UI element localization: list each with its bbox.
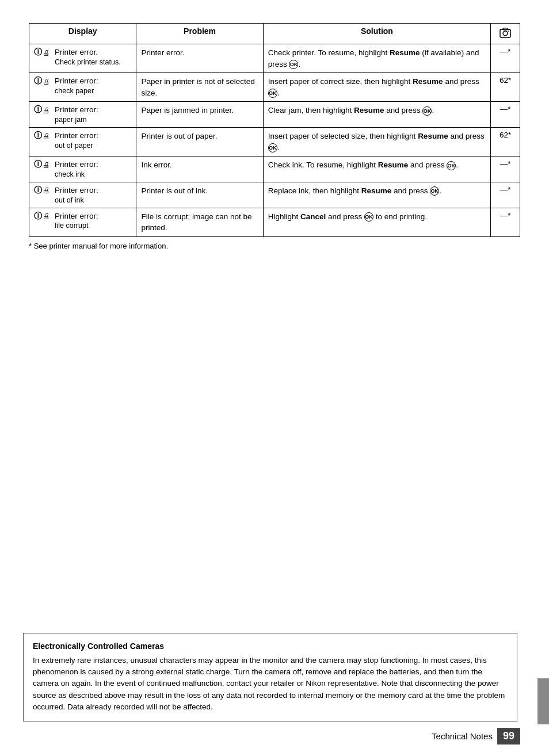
ok-button-symbol: OK bbox=[422, 106, 432, 116]
display-icons: Ⓘ🖨 bbox=[34, 185, 50, 196]
display-sub: paper jam bbox=[55, 115, 98, 124]
page-ref-cell: —* bbox=[491, 44, 520, 73]
display-main: Printer error. bbox=[55, 47, 121, 58]
problem-cell: File is corrupt; image can not be printe… bbox=[136, 208, 263, 236]
ok-button-symbol: OK bbox=[289, 60, 298, 69]
col-header-solution: Solution bbox=[263, 24, 490, 44]
display-text: Printer error. Check printer status. bbox=[55, 47, 121, 67]
footer-label: Technical Notes bbox=[432, 731, 493, 741]
display-text: Printer error: check paper bbox=[55, 76, 98, 96]
display-icons: Ⓘ🖨 bbox=[34, 211, 50, 222]
page-ref-cell: 62* bbox=[491, 128, 520, 156]
bottom-box-title: Electronically Controlled Cameras bbox=[33, 640, 508, 652]
sidebar-tab bbox=[537, 678, 549, 724]
bold-keyword: Resume bbox=[361, 186, 392, 195]
electronically-controlled-box: Electronically Controlled Cameras In ext… bbox=[23, 633, 517, 721]
table-row: Ⓘ🖨 Printer error: out of paper Printer i… bbox=[29, 128, 520, 156]
display-text: Printer error: out of paper bbox=[55, 131, 98, 150]
table-row: Ⓘ🖨 Printer error: out of ink Printer is … bbox=[29, 182, 520, 208]
table-row: Ⓘ🖨 Printer error: check paper Paper in p… bbox=[29, 73, 520, 102]
table-footnote: * See printer manual for more informatio… bbox=[29, 242, 520, 250]
bold-keyword: Resume bbox=[390, 48, 420, 57]
display-sub: check ink bbox=[55, 170, 98, 179]
display-icons: Ⓘ🖨 bbox=[34, 131, 50, 141]
display-sub: Check printer status. bbox=[55, 58, 121, 67]
display-main: Printer error: bbox=[55, 105, 98, 115]
page-ref-cell: 62* bbox=[491, 73, 520, 102]
ok-button-symbol: OK bbox=[447, 161, 456, 170]
bold-keyword: Cancel bbox=[300, 212, 326, 221]
display-text: Printer error: file corrupt bbox=[55, 211, 98, 231]
error-table: Display Problem Solution Ⓘ🖨 bbox=[29, 23, 520, 237]
display-main: Printer error: bbox=[55, 159, 98, 170]
display-text: Printer error: out of ink bbox=[55, 185, 98, 205]
ok-button-symbol: OK bbox=[430, 186, 439, 196]
display-main: Printer error: bbox=[55, 185, 98, 196]
display-icons: Ⓘ🖨 bbox=[34, 76, 50, 86]
display-cell: Ⓘ🖨 Printer error: file corrupt bbox=[29, 208, 136, 236]
solution-cell: Check ink. To resume, highlight Resume a… bbox=[263, 156, 490, 182]
page-ref-cell: —* bbox=[491, 156, 520, 182]
table-row: Ⓘ🖨 Printer error: file corrupt File is c… bbox=[29, 208, 520, 236]
problem-cell: Paper is jammed in printer. bbox=[136, 102, 263, 128]
svg-point-1 bbox=[503, 31, 508, 36]
display-sub: out of ink bbox=[55, 196, 98, 205]
table-row: Ⓘ🖨 Printer error: check ink Ink error.Ch… bbox=[29, 156, 520, 182]
page-footer: Technical Notes 99 bbox=[432, 728, 520, 744]
ok-button-symbol: OK bbox=[268, 143, 277, 152]
display-text: Printer error: check ink bbox=[55, 159, 98, 179]
display-cell: Ⓘ🖨 Printer error: check ink bbox=[29, 156, 136, 182]
solution-cell: Clear jam, then highlight Resume and pre… bbox=[263, 102, 490, 128]
solution-cell: Replace ink, then highlight Resume and p… bbox=[263, 182, 490, 208]
table-row: Ⓘ🖨 Printer error: paper jam Paper is jam… bbox=[29, 102, 520, 128]
display-cell: Ⓘ🖨 Printer error: out of ink bbox=[29, 182, 136, 208]
display-main: Printer error: bbox=[55, 211, 98, 222]
page-content: Display Problem Solution Ⓘ🖨 bbox=[0, 0, 549, 273]
bold-keyword: Resume bbox=[378, 161, 409, 169]
svg-point-3 bbox=[508, 30, 509, 32]
page-number: 99 bbox=[497, 728, 520, 744]
problem-cell: Printer error. bbox=[136, 44, 263, 73]
solution-cell: Check printer. To resume, highlight Resu… bbox=[263, 44, 490, 73]
solution-cell: Insert paper of selected size, then high… bbox=[263, 128, 490, 156]
solution-cell: Highlight Cancel and press OK to end pri… bbox=[263, 208, 490, 236]
display-sub: check paper bbox=[55, 86, 98, 96]
bold-keyword: Resume bbox=[413, 77, 443, 86]
page-ref-cell: —* bbox=[491, 102, 520, 128]
display-cell: Ⓘ🖨 Printer error: check paper bbox=[29, 73, 136, 102]
solution-cell: Insert paper of correct size, then highl… bbox=[263, 73, 490, 102]
display-main: Printer error: bbox=[55, 76, 98, 86]
page-ref-cell: —* bbox=[491, 182, 520, 208]
problem-cell: Ink error. bbox=[136, 156, 263, 182]
bold-keyword: Resume bbox=[418, 132, 448, 140]
problem-cell: Paper in printer is not of selected size… bbox=[136, 73, 263, 102]
col-header-icon bbox=[491, 24, 520, 44]
display-main: Printer error: bbox=[55, 131, 98, 141]
display-cell: Ⓘ🖨 Printer error: paper jam bbox=[29, 102, 136, 128]
display-sub: file corrupt bbox=[55, 221, 98, 230]
ok-button-symbol: OK bbox=[268, 89, 277, 98]
page-ref-cell: —* bbox=[491, 208, 520, 236]
display-text: Printer error: paper jam bbox=[55, 105, 98, 124]
display-icons: Ⓘ🖨 bbox=[34, 159, 50, 170]
display-cell: Ⓘ🖨 Printer error: out of paper bbox=[29, 128, 136, 156]
problem-cell: Printer is out of ink. bbox=[136, 182, 263, 208]
display-icons: Ⓘ🖨 bbox=[34, 47, 50, 58]
bottom-box-body: In extremely rare instances, unusual cha… bbox=[33, 655, 508, 713]
display-cell: Ⓘ🖨 Printer error. Check printer status. bbox=[29, 44, 136, 73]
display-sub: out of paper bbox=[55, 141, 98, 150]
bold-keyword: Resume bbox=[354, 106, 384, 114]
table-row: Ⓘ🖨 Printer error. Check printer status. … bbox=[29, 44, 520, 73]
display-icons: Ⓘ🖨 bbox=[34, 105, 50, 115]
ok-button-symbol: OK bbox=[364, 212, 373, 222]
col-header-problem: Problem bbox=[136, 24, 263, 44]
col-header-display: Display bbox=[29, 24, 136, 44]
problem-cell: Printer is out of paper. bbox=[136, 128, 263, 156]
